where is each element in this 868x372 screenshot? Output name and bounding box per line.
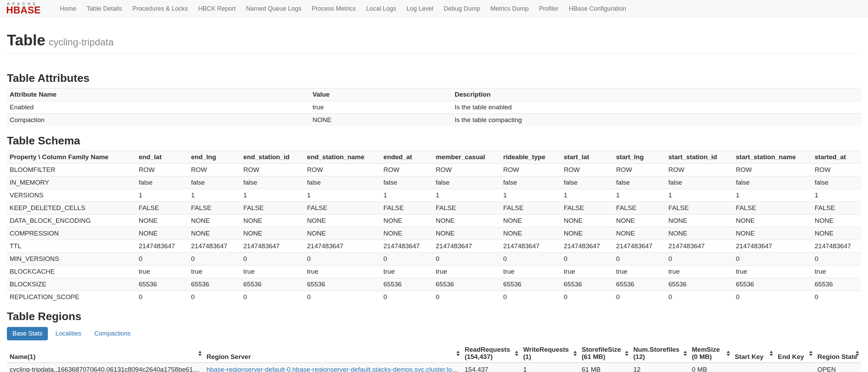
schema-value-cell: ROW: [812, 164, 861, 176]
schema-property-cell: DATA_BLOCK_ENCODING: [7, 215, 136, 227]
schema-value-cell: 65536: [188, 278, 241, 291]
schema-value-cell: 65536: [433, 278, 500, 291]
nav-item-home[interactable]: Home: [55, 0, 82, 17]
schema-value-cell: 1: [613, 189, 666, 202]
schema-value-cell: ROW: [500, 164, 561, 176]
schema-col-start-station-id: start_station_id: [666, 151, 733, 164]
schema-value-cell: 0: [733, 253, 812, 265]
nav-item: Local Logs: [361, 0, 401, 17]
sort-icon: [809, 351, 813, 356]
attribute-name-cell: Compaction: [7, 114, 310, 127]
regions-header-row: Name(1)Region ServerReadRequests(154,437…: [7, 344, 861, 363]
schema-value-cell: FALSE: [613, 202, 666, 215]
nav-item-procedures-locks[interactable]: Procedures & Locks: [127, 0, 193, 17]
schema-value-cell: 0: [304, 291, 381, 304]
schema-value-cell: false: [136, 176, 188, 189]
regions-col-start-key[interactable]: Start Key: [732, 344, 775, 363]
regions-col-label: Region Server: [207, 353, 454, 360]
nav-item: Table Details: [82, 0, 127, 17]
tab-localities[interactable]: Localities: [50, 327, 87, 340]
attribute-value-cell: true: [310, 101, 452, 114]
attribute-description-cell: Is the table enabled: [452, 101, 861, 114]
schema-value-cell: NONE: [304, 227, 381, 240]
schema-table: Property \ Column Family Nameend_latend_…: [7, 151, 861, 303]
schema-property-cell: BLOCKCACHE: [7, 265, 136, 278]
nav-item-metrics-dump[interactable]: Metrics Dump: [485, 0, 534, 17]
attribute-value-cell: NONE: [310, 114, 452, 127]
schema-value-cell: 0: [188, 253, 241, 265]
nav-menu: HomeTable DetailsProcedures & LocksHBCK …: [51, 0, 632, 17]
sort-icon: [456, 351, 460, 356]
regions-col-label: ReadRequests: [465, 346, 512, 353]
schema-value-cell: 65536: [561, 278, 613, 291]
tab-compactions[interactable]: Compactions: [89, 327, 136, 340]
nav-item: HBCK Report: [193, 0, 241, 17]
regions-col-storefilesize[interactable]: StorefileSize(61 MB): [579, 344, 631, 363]
regions-table: Name(1)Region ServerReadRequests(154,437…: [7, 344, 861, 372]
schema-value-cell: 2147483647: [500, 240, 561, 253]
schema-value-cell: 0: [433, 291, 500, 304]
schema-value-cell: true: [613, 265, 666, 278]
sort-icon: [684, 351, 687, 356]
schema-value-cell: false: [812, 176, 861, 189]
schema-value-cell: 0: [381, 291, 433, 304]
schema-value-cell: 0: [561, 253, 613, 265]
nav-item-hbase-configuration[interactable]: HBase Configuration: [564, 0, 631, 17]
schema-value-cell: 0: [613, 291, 666, 304]
region-server-link[interactable]: hbase-regionserver-default-0.hbase-regio…: [207, 366, 462, 372]
schema-value-cell: FALSE: [136, 202, 188, 215]
regions-col-readrequests[interactable]: ReadRequests(154,437): [462, 344, 520, 363]
schema-value-cell: 0: [812, 253, 861, 265]
attributes-heading: Table Attributes: [7, 72, 861, 85]
hbase-logo[interactable]: APACHE HBASE: [6, 2, 41, 15]
nav-item: Profiler: [534, 0, 564, 17]
schema-property-cell: IN_MEMORY: [7, 176, 136, 189]
nav-item-debug-dump[interactable]: Debug Dump: [438, 0, 485, 17]
schema-row: COMPRESSIONNONENONENONENONENONENONENONEN…: [7, 227, 861, 240]
schema-value-cell: true: [136, 265, 188, 278]
schema-value-cell: FALSE: [188, 202, 241, 215]
schema-value-cell: 0: [561, 291, 613, 304]
schema-value-cell: ROW: [433, 164, 500, 176]
nav-item-process-metrics[interactable]: Process Metrics: [307, 0, 361, 17]
schema-value-cell: FALSE: [381, 202, 433, 215]
schema-value-cell: ROW: [666, 164, 733, 176]
attributes-header-row: Attribute NameValueDescription: [7, 88, 861, 101]
schema-col-end-lat: end_lat: [136, 151, 188, 164]
schema-value-cell: 65536: [812, 278, 861, 291]
schema-value-cell: false: [304, 176, 381, 189]
schema-value-cell: NONE: [136, 227, 188, 240]
nav-item-table-details[interactable]: Table Details: [82, 0, 127, 17]
nav-item-local-logs[interactable]: Local Logs: [361, 0, 401, 17]
regions-col-num-storefiles[interactable]: Num.Storefiles(12): [631, 344, 689, 363]
regions-tab-bar: Base StatsLocalitiesCompactions: [7, 327, 861, 340]
nav-item-log-level[interactable]: Log Level: [401, 0, 438, 17]
schema-property-cell: BLOCKSIZE: [7, 278, 136, 291]
schema-value-cell: ROW: [241, 164, 304, 176]
schema-row: DATA_BLOCK_ENCODINGNONENONENONENONENONEN…: [7, 215, 861, 227]
schema-value-cell: FALSE: [561, 202, 613, 215]
schema-row: BLOOMFILTERROWROWROWROWROWROWROWROWROWRO…: [7, 164, 861, 176]
regions-col-memsize[interactable]: MemSize(0 MB): [689, 344, 732, 363]
attributes-col-value: Value: [310, 88, 452, 101]
schema-value-cell: NONE: [241, 215, 304, 227]
schema-col-ended-at: ended_at: [381, 151, 433, 164]
schema-value-cell: ROW: [381, 164, 433, 176]
regions-col-region-server[interactable]: Region Server: [204, 344, 462, 363]
nav-item-profiler[interactable]: Profiler: [534, 0, 564, 17]
write-requests-cell: 1: [520, 363, 579, 372]
regions-col-name-1[interactable]: Name(1): [7, 344, 204, 363]
nav-item-hbck-report[interactable]: HBCK Report: [193, 0, 241, 17]
tab-base-stats[interactable]: Base Stats: [7, 327, 48, 340]
regions-col-end-key[interactable]: End Key: [775, 344, 815, 363]
schema-value-cell: 0: [733, 291, 812, 304]
schema-value-cell: 1: [500, 189, 561, 202]
schema-value-cell: NONE: [733, 215, 812, 227]
schema-property-cell: COMPRESSION: [7, 227, 136, 240]
regions-col-region-state[interactable]: Region State: [815, 344, 861, 363]
nav-item-named-queue-logs[interactable]: Named Queue Logs: [241, 0, 307, 17]
sort-icon: [856, 351, 859, 356]
schema-value-cell: false: [666, 176, 733, 189]
regions-col-writerequests[interactable]: WriteRequests(1): [520, 344, 579, 363]
schema-col-end-station-name: end_station_name: [304, 151, 381, 164]
